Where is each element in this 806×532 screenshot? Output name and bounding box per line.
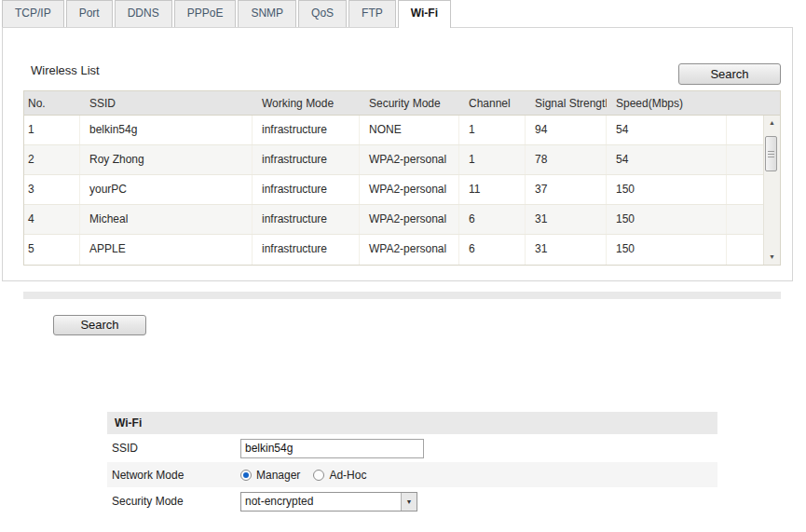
- ssid-row: SSID: [107, 434, 717, 462]
- table-cell: infrastructure: [253, 145, 360, 174]
- column-header-channel: Channel: [459, 91, 526, 115]
- radio-label: Manager: [256, 469, 300, 482]
- table-cell: 94: [526, 116, 607, 144]
- column-header-filler: [727, 91, 780, 115]
- search-button-bottom[interactable]: Search: [53, 315, 146, 335]
- security-mode-label: Security Mode: [107, 495, 240, 508]
- table-cell: WPA2-personal: [360, 235, 459, 265]
- table-cell: 2: [24, 145, 80, 174]
- network-mode-label: Network Mode: [107, 469, 240, 482]
- security-mode-value: not-encrypted: [245, 495, 313, 508]
- tab-snmp[interactable]: SNMP: [238, 0, 296, 27]
- radio-button-icon: [240, 470, 252, 481]
- table-row[interactable]: 1belkin54ginfrastructureNONE19454: [24, 116, 780, 145]
- table-cell: WPA2-personal: [360, 205, 459, 234]
- table-cell: infrastructure: [253, 235, 360, 265]
- table-cell: 1: [459, 116, 526, 144]
- wifi-form-title: Wi-Fi: [107, 412, 717, 434]
- table-cell: 5: [24, 235, 80, 265]
- table-cell: 78: [526, 145, 607, 174]
- tab-bar: TCP/IPPortDDNSPPPoESNMPQoSFTPWi-Fi: [2, 0, 453, 28]
- table-cell: WPA2-personal: [360, 145, 459, 174]
- column-header-signal-strength: Signal Strength: [526, 91, 607, 115]
- column-header-ssid: SSID: [80, 91, 253, 115]
- scroll-up-icon[interactable]: ▲: [764, 116, 780, 130]
- radio-label: Ad-Hoc: [329, 469, 366, 482]
- table-cell: WPA2-personal: [360, 175, 459, 204]
- security-mode-row: Security Mode not-encrypted ▼: [107, 487, 717, 515]
- radio-button-icon: [313, 470, 324, 481]
- table-cell: NONE: [360, 116, 459, 144]
- table-cell: 54: [607, 145, 727, 174]
- column-header-speed-mbps: Speed(Mbps): [607, 91, 727, 115]
- table-cell: 31: [526, 235, 607, 265]
- table-cell: yourPC: [80, 175, 253, 204]
- table-cell: 6: [459, 205, 526, 234]
- tab-port[interactable]: Port: [66, 0, 113, 27]
- tab-pppoe[interactable]: PPPoE: [174, 0, 237, 27]
- table-cell: 37: [526, 175, 607, 204]
- network-mode-row: Network Mode ManagerAd-Hoc: [107, 462, 717, 487]
- scrollbar-thumb[interactable]: [765, 136, 777, 171]
- table-cell: 6: [459, 235, 526, 265]
- table-cell: 31: [526, 205, 607, 234]
- tab-qos[interactable]: QoS: [298, 0, 347, 27]
- table-cell: infrastructure: [253, 116, 360, 144]
- ssid-label: SSID: [107, 442, 240, 455]
- tab-tcp-ip[interactable]: TCP/IP: [2, 0, 64, 27]
- ssid-input[interactable]: [240, 439, 424, 458]
- radio-ad-hoc[interactable]: Ad-Hoc: [313, 469, 366, 482]
- table-cell: 150: [607, 235, 727, 265]
- scrollbar-grip: [768, 154, 774, 155]
- table-cell: Roy Zhong: [80, 145, 253, 174]
- table-cell: infrastructure: [253, 175, 360, 204]
- wireless-list-title: Wireless List: [31, 61, 100, 80]
- table-cell: belkin54g: [80, 116, 253, 144]
- tab-ftp[interactable]: FTP: [348, 0, 396, 27]
- table-cell: infrastructure: [253, 205, 360, 234]
- table-cell: Micheal: [80, 205, 253, 234]
- separator-bar: [23, 292, 781, 299]
- table-cell: 3: [24, 175, 80, 204]
- dropdown-arrow-icon: ▼: [401, 493, 417, 511]
- column-header-security-mode: Security Mode: [360, 91, 459, 115]
- table-cell: 1: [459, 145, 526, 174]
- tab-ddns[interactable]: DDNS: [115, 0, 172, 27]
- wireless-list-table: No.SSIDWorking ModeSecurity ModeChannelS…: [23, 90, 781, 266]
- radio-manager[interactable]: Manager: [240, 469, 300, 482]
- wifi-form: Wi-Fi SSID Network Mode ManagerAd-Hoc Se…: [107, 412, 717, 515]
- table-cell: 4: [24, 205, 80, 234]
- wifi-settings-page: TCP/IPPortDDNSPPPoESNMPQoSFTPWi-Fi Wirel…: [0, 0, 806, 532]
- table-scrollbar[interactable]: ▲ ▼: [763, 116, 780, 265]
- table-header-row: No.SSIDWorking ModeSecurity ModeChannelS…: [24, 91, 780, 116]
- column-header-no: No.: [24, 91, 80, 115]
- network-mode-radio-group: ManagerAd-Hoc: [240, 469, 379, 482]
- table-row[interactable]: 4MichealinfrastructureWPA2-personal63115…: [24, 205, 780, 235]
- table-row[interactable]: 3yourPCinfrastructureWPA2-personal113715…: [24, 175, 780, 205]
- column-header-working-mode: Working Mode: [253, 91, 360, 115]
- tab-wi-fi[interactable]: Wi-Fi: [398, 0, 451, 28]
- table-body: 1belkin54ginfrastructureNONE194542Roy Zh…: [24, 116, 780, 265]
- table-cell: 54: [607, 116, 727, 144]
- table-cell: APPLE: [80, 235, 253, 265]
- search-button-top[interactable]: Search: [678, 63, 781, 85]
- security-mode-select[interactable]: not-encrypted ▼: [240, 492, 417, 512]
- table-cell: 11: [459, 175, 526, 204]
- table-row[interactable]: 5APPLEinfrastructureWPA2-personal631150: [24, 235, 780, 265]
- table-cell: 1: [24, 116, 80, 144]
- table-cell: 150: [607, 205, 727, 234]
- table-cell: 150: [607, 175, 727, 204]
- table-row[interactable]: 2Roy ZhonginfrastructureWPA2-personal178…: [24, 145, 780, 175]
- scroll-down-icon[interactable]: ▼: [764, 250, 780, 265]
